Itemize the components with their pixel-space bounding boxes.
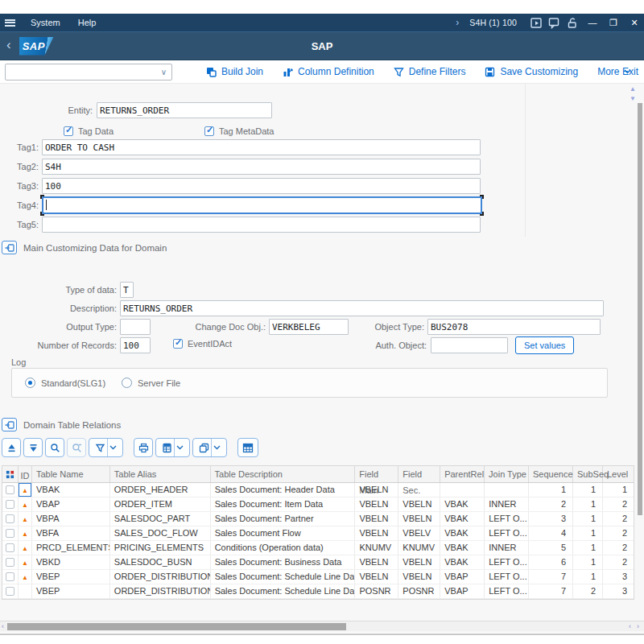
cell-join_type[interactable]: INNER (485, 497, 529, 511)
cell-parent_rel[interactable]: VBAP (440, 570, 485, 584)
col-header-id[interactable]: ID (19, 466, 32, 482)
cell-join_type[interactable]: LEFT O... (485, 512, 529, 526)
cell-table_name[interactable]: VBPA (32, 512, 110, 526)
row-status-cell[interactable]: ▲ (19, 512, 32, 526)
col-header-parentrel[interactable]: ParentRel (440, 466, 485, 482)
cell-field_main[interactable]: VBELN (355, 512, 398, 526)
vertical-scrollbar-thumb[interactable] (638, 103, 642, 515)
cell-description[interactable]: Sales Document: Header Data (211, 483, 356, 497)
row-select-checkbox[interactable] (2, 483, 19, 497)
cell-level[interactable]: 2 (603, 497, 634, 511)
cell-field_main[interactable]: VBELN (355, 570, 398, 584)
copy-layout-split-button[interactable] (192, 438, 227, 457)
cell-table_name[interactable]: VBEP (32, 570, 110, 584)
row-status-cell[interactable]: ▲ (19, 541, 32, 555)
table-row[interactable]: ▲VBKDSALESDOC_BUSNSales Document: Busine… (2, 555, 634, 570)
tag-metadata-checkbox[interactable] (204, 126, 214, 136)
col-header-subseq[interactable]: SubSeq. (573, 466, 603, 482)
tag3-input[interactable] (42, 178, 481, 194)
close-button[interactable]: ✕ (628, 18, 641, 28)
row-status-cell[interactable]: ▲ (19, 483, 32, 497)
cell-field_main[interactable]: VBELN (355, 497, 398, 511)
message-icon[interactable] (548, 17, 560, 29)
cell-sequence[interactable]: 4 (529, 526, 573, 540)
change-doc-obj-input[interactable] (269, 319, 349, 335)
cell-join_type[interactable]: LEFT O... (485, 526, 529, 540)
sort-ascending-button[interactable] (2, 438, 21, 457)
cell-subseq[interactable]: 1 (573, 555, 603, 569)
row-select-checkbox[interactable] (2, 570, 19, 584)
row-status-cell[interactable]: ▲ (19, 526, 32, 540)
cell-field_sec[interactable]: VBELV (398, 526, 440, 540)
cell-subseq[interactable]: 1 (573, 526, 603, 540)
cell-field_sec[interactable]: POSNR (398, 584, 440, 598)
col-header-table-alias[interactable]: Table Alias (110, 466, 211, 482)
cell-table_name[interactable]: VBFA (32, 526, 110, 540)
output-type-input[interactable] (120, 319, 151, 335)
cell-level[interactable]: 3 (603, 570, 634, 584)
menu-system[interactable]: System (23, 18, 70, 27)
col-header-field-main[interactable]: Field Main (355, 466, 398, 482)
row-status-cell[interactable]: ▲ (19, 570, 32, 584)
tag-data-checkbox[interactable] (64, 126, 73, 136)
tag4-input-focused[interactable] (42, 196, 482, 214)
scroll-left-icon[interactable]: ‹ (2, 622, 4, 630)
cell-subseq[interactable]: 2 (573, 584, 603, 598)
save-customizing-button[interactable]: Save Customizing (485, 66, 578, 77)
menu-help[interactable]: Help (70, 18, 106, 27)
cell-description[interactable]: Conditions (Operation data) (211, 541, 356, 555)
cell-description[interactable]: Sales Document: Partner (211, 512, 356, 526)
cell-parent_rel[interactable]: VBAK (440, 526, 485, 540)
col-header-join-type[interactable]: Join Type (485, 466, 529, 482)
minimize-button[interactable]: — (586, 18, 599, 27)
build-join-button[interactable]: Build Join (206, 66, 263, 77)
cell-field_main[interactable]: VBELN (355, 555, 398, 569)
cell-level[interactable]: 2 (603, 555, 634, 569)
table-row[interactable]: ▲VBAKORDER_HEADERSales Document: Header … (2, 483, 634, 497)
auth-object-input[interactable] (431, 337, 508, 353)
row-select-checkbox[interactable] (2, 541, 19, 555)
col-header-field-sec[interactable]: Field Sec. (398, 466, 440, 482)
scroll-right-icon[interactable]: › (637, 622, 639, 630)
cell-alias[interactable]: ORDER_DISTRIBUTION (110, 570, 211, 584)
cell-field_main[interactable]: POSNR (355, 584, 398, 598)
cell-field_sec[interactable]: VBELN (398, 570, 440, 584)
cell-alias[interactable]: ORDER_HEADER (110, 483, 211, 497)
table-settings-button[interactable] (237, 438, 258, 457)
cell-alias[interactable]: SALESDOC_BUSN (110, 555, 211, 569)
filter-split-button[interactable] (89, 438, 123, 457)
tag4-input[interactable] (42, 196, 482, 214)
horizontal-scrollbar[interactable]: ‹ ‹ › (0, 621, 644, 631)
find-next-button[interactable] (67, 438, 86, 457)
cell-field_sec[interactable] (398, 483, 440, 497)
cell-level[interactable]: 2 (603, 512, 634, 526)
cell-table_name[interactable]: VBAP (32, 497, 110, 511)
cell-description[interactable]: Sales Document: Business Data (211, 555, 356, 569)
cell-level[interactable]: 3 (603, 584, 634, 598)
scroll-down-icon[interactable]: ▼ (630, 96, 636, 102)
sort-descending-button[interactable] (23, 438, 43, 457)
set-values-button[interactable]: Set values (515, 336, 574, 354)
event-id-act-checkbox[interactable] (173, 339, 183, 349)
horizontal-scrollbar-thumb[interactable] (7, 623, 346, 630)
row-select-checkbox[interactable] (2, 526, 19, 540)
table-row[interactable]: ▲VBPASALESDOC_PARTSales Document: Partne… (2, 512, 634, 526)
cell-parent_rel[interactable]: VBAK (440, 541, 485, 555)
cell-description[interactable]: Sales Document: Item Data (211, 497, 356, 511)
cell-parent_rel[interactable]: VBAK (440, 555, 485, 569)
cell-description[interactable]: Sales Document: Schedule Line Data (211, 584, 356, 598)
cell-sequence[interactable]: 1 (529, 483, 573, 497)
collapse-tray-icon[interactable] (2, 241, 17, 254)
scroll-up-icon[interactable]: ▲ (630, 86, 636, 93)
col-header-sequence[interactable]: Sequence (529, 466, 573, 482)
print-button[interactable] (134, 438, 153, 457)
cell-join_type[interactable]: LEFT O... (485, 570, 529, 584)
cell-subseq[interactable]: 1 (573, 541, 603, 555)
layout-select[interactable]: ∨ (5, 64, 172, 80)
maximize-button[interactable]: ❐ (607, 18, 620, 28)
cell-sequence[interactable]: 7 (529, 570, 573, 584)
cell-level[interactable]: 2 (603, 526, 634, 540)
cell-alias[interactable]: ORDER_DISTRIBUTION (110, 584, 211, 598)
cell-subseq[interactable]: 1 (573, 570, 603, 584)
cell-description[interactable]: Sales Document: Schedule Line Data (211, 570, 356, 584)
